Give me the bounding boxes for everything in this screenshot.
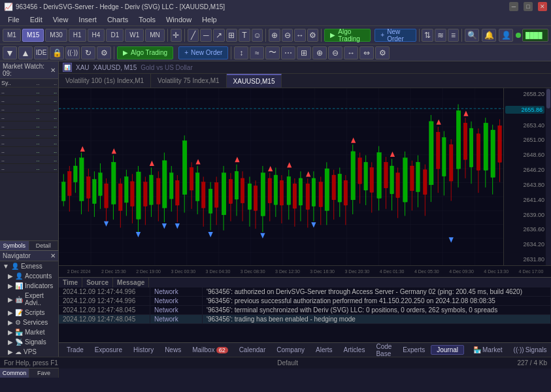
- tool-icon-2[interactable]: ≈: [250, 46, 264, 59]
- tool-icon-5[interactable]: ⊞: [297, 46, 311, 59]
- text-tool[interactable]: T: [239, 29, 250, 42]
- tab-market[interactable]: 🏪 Market: [468, 346, 508, 354]
- tab-detail[interactable]: Detail: [29, 241, 59, 250]
- nav-item-vps[interactable]: ▶ ☁ VPS: [0, 347, 58, 357]
- close-button[interactable]: ✕: [538, 2, 547, 11]
- new-order-button[interactable]: + New Order: [375, 29, 416, 42]
- search-button[interactable]: 🔍: [465, 29, 479, 42]
- list-item[interactable]: ......: [0, 122, 58, 130]
- menu-view[interactable]: View: [48, 14, 74, 25]
- tab-company[interactable]: Company: [271, 346, 310, 354]
- timeframe-w1[interactable]: W1: [125, 29, 144, 42]
- tab-symbols[interactable]: Symbols: [0, 241, 29, 250]
- crosshair-tool[interactable]: ✛: [171, 29, 182, 42]
- tool-icon-9[interactable]: ⇔: [359, 46, 374, 59]
- tab-vol100[interactable]: Volatility 100 (1s) Index,M1: [59, 74, 151, 88]
- tab-experts[interactable]: Experts: [397, 346, 430, 354]
- zoom-in-chart[interactable]: ⊕: [269, 29, 280, 42]
- notification-icon[interactable]: 🔔: [482, 29, 496, 42]
- tool-icon-3[interactable]: 〜: [265, 46, 280, 59]
- chart-type[interactable]: ≋: [435, 29, 446, 42]
- draw-arrow-up[interactable]: ▲: [18, 46, 33, 59]
- list-item[interactable]: ......: [0, 130, 58, 139]
- list-item[interactable]: ......: [0, 113, 58, 122]
- timeframe-mn[interactable]: MN: [145, 29, 165, 42]
- tab-signals-bottom[interactable]: ((·)) Signals: [509, 346, 551, 354]
- template[interactable]: ≡: [448, 29, 459, 42]
- timeframe-m15[interactable]: M15: [22, 29, 44, 42]
- scroll-thumb[interactable]: [546, 89, 550, 108]
- tab-alerts[interactable]: Alerts: [310, 346, 338, 354]
- settings-icon[interactable]: ⚙: [97, 46, 111, 59]
- menu-charts[interactable]: Charts: [102, 14, 133, 25]
- buy-sell-icon[interactable]: ⇅: [422, 29, 433, 42]
- table-row[interactable]: 2024.12.09 12:47:44.996 Network '963456'…: [59, 287, 551, 297]
- menu-insert[interactable]: Insert: [73, 14, 102, 25]
- menu-help[interactable]: Help: [197, 14, 222, 25]
- menu-edit[interactable]: Edit: [25, 14, 48, 25]
- timeframe-m30[interactable]: M30: [45, 29, 67, 42]
- timeframe-m1[interactable]: M1: [3, 29, 21, 42]
- nav-item-scripts[interactable]: ▶ 📝 Scripts: [0, 308, 58, 318]
- arrow-tool[interactable]: ↗: [213, 29, 225, 42]
- tab-exposure[interactable]: Exposure: [90, 346, 127, 354]
- lock-icon[interactable]: 🔒: [50, 46, 64, 59]
- nav-item-signals[interactable]: ▶ 📡 Signals: [0, 337, 58, 347]
- tab-history[interactable]: History: [128, 346, 159, 354]
- radio-waves[interactable]: ((·)): [65, 46, 80, 59]
- nav-item-expert[interactable]: ▶ 🤖 Expert Advi..: [0, 291, 58, 308]
- nav-item-services[interactable]: ▶ ⚙ Services: [0, 318, 58, 327]
- scroll-chart[interactable]: ↔: [294, 29, 306, 42]
- list-item[interactable]: ......: [0, 164, 58, 172]
- chart-scrollbar-v[interactable]: [546, 88, 551, 265]
- tool-icon-7[interactable]: ⊖: [328, 46, 342, 59]
- tab-news[interactable]: News: [159, 346, 186, 354]
- tool-icon-10[interactable]: ⚙: [375, 46, 390, 59]
- timeframe-h4[interactable]: H4: [88, 29, 105, 42]
- nav-item-exness[interactable]: ▼ 👤 Exness: [0, 261, 58, 271]
- ide-button[interactable]: IDE: [34, 46, 48, 59]
- nav-item-market[interactable]: ▶ 🏪 Market: [0, 327, 58, 337]
- table-row[interactable]: 2024.12.09 12:47:48.045 Network '963456'…: [59, 306, 551, 315]
- list-item[interactable]: ......: [0, 105, 58, 113]
- table-row[interactable]: 2024.12.09 12:47:48.045 Network '963456'…: [59, 315, 551, 324]
- tab-xauusd[interactable]: XAUUSD,M15: [227, 74, 282, 88]
- chart-canvas[interactable]: [59, 88, 503, 265]
- menu-tools[interactable]: Tools: [133, 14, 161, 25]
- horizontal-line-tool[interactable]: ─: [200, 29, 212, 42]
- maximize-button[interactable]: □: [524, 2, 533, 11]
- list-item[interactable]: ......: [0, 155, 58, 164]
- timeframe-d1[interactable]: D1: [106, 29, 124, 42]
- table-row[interactable]: 2024.12.09 12:47:44.996 Network '963456'…: [59, 297, 551, 306]
- list-item[interactable]: ......: [0, 88, 58, 96]
- tool-icon-1[interactable]: ↕: [234, 46, 248, 59]
- tool-icon-8[interactable]: ↔: [344, 46, 358, 59]
- list-item[interactable]: ......: [0, 147, 58, 155]
- draw-line-tool[interactable]: ╱: [188, 29, 199, 42]
- timeframe-h1[interactable]: H1: [69, 29, 86, 42]
- list-item[interactable]: ......: [0, 139, 58, 147]
- new-order-btn-2[interactable]: + New Order: [178, 46, 228, 59]
- tab-common[interactable]: Common: [0, 368, 29, 378]
- tab-favorites[interactable]: Fave: [29, 368, 59, 378]
- tool-icon-6[interactable]: ⊕: [312, 46, 327, 59]
- menu-window[interactable]: Window: [161, 14, 197, 25]
- minimize-button[interactable]: ─: [509, 2, 518, 11]
- tab-articles[interactable]: Articles: [339, 346, 371, 354]
- nav-item-indicators[interactable]: ▶ 📊 Indicators: [0, 281, 58, 291]
- market-watch-close[interactable]: ✕: [50, 67, 56, 74]
- navigator-close[interactable]: ✕: [50, 252, 56, 259]
- nav-item-accounts[interactable]: ▶ 👤 Accounts: [0, 271, 58, 281]
- chart-settings[interactable]: ⚙: [307, 29, 319, 42]
- tab-codebase[interactable]: Code Base: [371, 342, 397, 357]
- refresh-icon[interactable]: ↻: [81, 46, 95, 59]
- tab-calendar[interactable]: Calendar: [234, 346, 271, 354]
- algo-trading-button[interactable]: ▶ Algo Trading: [324, 29, 371, 42]
- menu-file[interactable]: File: [3, 14, 25, 25]
- tab-mailbox[interactable]: Mailbox 62: [187, 346, 233, 354]
- tab-trade[interactable]: Trade: [61, 346, 89, 354]
- tab-vol75[interactable]: Volatility 75 Index,M1: [151, 74, 227, 88]
- draw-arrow-down[interactable]: ▼: [3, 46, 17, 59]
- account-icon[interactable]: 👤: [499, 29, 513, 42]
- fib-tool[interactable]: ⊞: [226, 29, 238, 42]
